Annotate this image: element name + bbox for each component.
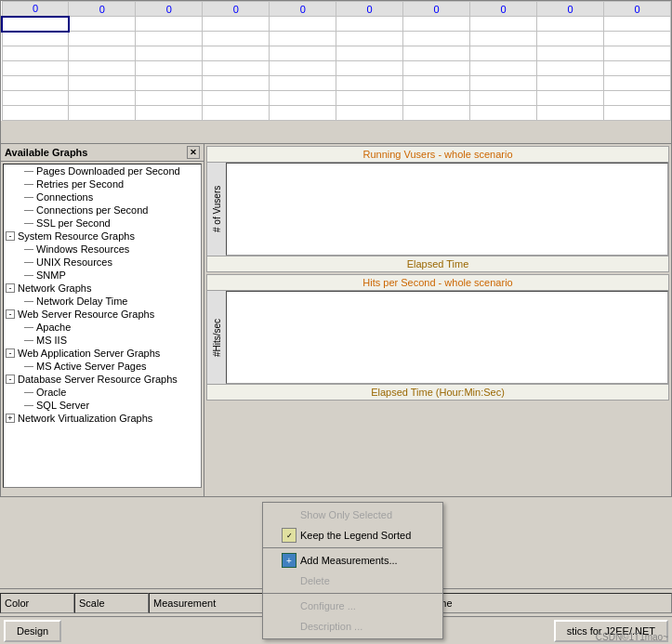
- tree-item-network-delay[interactable]: Network Delay Time: [4, 295, 201, 308]
- color-segment: Color: [0, 593, 74, 613]
- tree-line-sql-server: [24, 405, 33, 406]
- machine-segment: Machine: [409, 593, 672, 613]
- tree-line-connections: [24, 197, 33, 198]
- watermark: CSDN©1T1mao~: [596, 632, 668, 642]
- running-vusers-ylabel: # of Vusers: [207, 163, 226, 256]
- tree-label-connections-per-sec: Connections per Second: [36, 204, 148, 216]
- tree-line-ms-active: [24, 366, 33, 367]
- expand-icon-web-app[interactable]: -: [6, 348, 15, 358]
- tree-line-snmp: [24, 275, 33, 276]
- show-only-selected-icon: [282, 507, 296, 522]
- tree-item-ms-active[interactable]: MS Active Server Pages: [4, 360, 201, 373]
- panel-title: Available Graphs: [5, 147, 87, 158]
- tree-label-connections: Connections: [36, 191, 93, 203]
- context-menu: Show Only Selected ✓ Keep the Legend Sor…: [262, 502, 443, 639]
- keep-legend-sorted-menuitem[interactable]: ✓ Keep the Legend Sorted: [263, 525, 442, 545]
- tree-label-ms-iis: MS IIS: [36, 335, 67, 346]
- tree-item-system-resource[interactable]: -System Resource Graphs: [4, 230, 201, 243]
- tree-item-connections-per-sec[interactable]: Connections per Second: [4, 204, 201, 217]
- tree-label-ssl: SSL per Second: [36, 217, 111, 229]
- tree-item-network-virt[interactable]: +Network Virtualization Graphs: [4, 412, 201, 425]
- expand-icon-system-resource[interactable]: -: [6, 231, 15, 241]
- tree-line-connections-per-sec: [24, 210, 33, 211]
- tree-label-system-resource: System Resource Graphs: [18, 230, 135, 242]
- menu-separator-1: [263, 547, 442, 548]
- tree-item-ms-iis[interactable]: MS IIS: [4, 334, 201, 347]
- data-table[interactable]: 0000000000: [1, 1, 671, 121]
- running-vusers-graph: Running Vusers - whole scenario # of Vus…: [206, 146, 669, 272]
- tree-item-apache[interactable]: Apache: [4, 321, 201, 334]
- graphs-panel: Running Vusers - whole scenario # of Vus…: [204, 144, 672, 497]
- expand-icon-db-server[interactable]: -: [6, 375, 15, 384]
- available-graphs-panel: Available Graphs ✕ Pages Downloaded per …: [0, 144, 204, 497]
- top-grid: 0000000000: [0, 0, 672, 144]
- tree-line-apache: [24, 327, 33, 328]
- keep-legend-icon: ✓: [282, 528, 296, 543]
- tree-item-ssl[interactable]: SSL per Second: [4, 217, 201, 230]
- tree-label-retries: Retries per Second: [36, 178, 124, 190]
- tree-line-unix-resources: [24, 262, 33, 263]
- tree-label-network-virt: Network Virtualization Graphs: [18, 413, 152, 424]
- tree-line-network-delay: [24, 301, 33, 302]
- tree-item-pages[interactable]: Pages Downloaded per Second: [4, 164, 201, 177]
- tree-label-web-app: Web Application Server Graphs: [18, 348, 160, 359]
- hits-per-second-area[interactable]: [226, 291, 668, 384]
- add-measurements-menuitem[interactable]: + Add Measurements...: [263, 550, 442, 571]
- tree-label-sql-server: SQL Server: [36, 400, 89, 411]
- tree-label-windows-resources: Windows Resources: [36, 243, 129, 255]
- hits-per-second-graph: Hits per Second - whole scenario #Hits/s…: [206, 274, 669, 401]
- show-only-selected-menuitem[interactable]: Show Only Selected: [263, 505, 442, 525]
- hits-per-second-content: #Hits/sec: [207, 291, 668, 384]
- tree-item-snmp[interactable]: SNMP: [4, 269, 201, 282]
- tree-label-pages: Pages Downloaded per Second: [36, 165, 180, 177]
- panel-title-bar: Available Graphs ✕: [1, 144, 204, 162]
- tree-line-windows-resources: [24, 249, 33, 250]
- expand-icon-web-server[interactable]: -: [6, 309, 15, 319]
- delete-menuitem[interactable]: Delete: [263, 571, 442, 591]
- delete-icon: [282, 573, 296, 588]
- tree-label-network: Network Graphs: [18, 283, 91, 294]
- configure-icon: [282, 598, 296, 613]
- tree-item-oracle[interactable]: Oracle: [4, 386, 201, 399]
- tree-label-network-delay: Network Delay Time: [36, 296, 127, 307]
- tree-label-db-server: Database Server Resource Graphs: [18, 374, 178, 385]
- tree-item-db-server[interactable]: -Database Server Resource Graphs: [4, 373, 201, 386]
- panel-close-button[interactable]: ✕: [187, 146, 200, 159]
- tree-label-unix-resources: UNIX Resources: [36, 256, 112, 268]
- tree-item-web-app[interactable]: -Web Application Server Graphs: [4, 347, 201, 360]
- tree-item-connections[interactable]: Connections: [4, 191, 201, 204]
- tree-line-oracle: [24, 392, 33, 393]
- running-vusers-title: Running Vusers - whole scenario: [207, 147, 668, 163]
- tree-item-web-server[interactable]: -Web Server Resource Graphs: [4, 308, 201, 321]
- tree-label-ms-active: MS Active Server Pages: [36, 361, 147, 372]
- hits-per-second-ylabel: #Hits/sec: [207, 291, 226, 384]
- add-measurements-icon: +: [282, 553, 296, 568]
- expand-icon-network[interactable]: -: [6, 283, 15, 293]
- tree-label-apache: Apache: [36, 322, 71, 333]
- tree-item-retries[interactable]: Retries per Second: [4, 177, 201, 191]
- scale-segment: Scale: [74, 593, 149, 613]
- tree-line-ms-iis: [24, 340, 33, 341]
- menu-separator-2: [263, 593, 442, 594]
- tree-line-pages: [24, 171, 33, 172]
- running-vusers-elapsed: Elapsed Time: [207, 256, 668, 271]
- expand-icon-network-virt[interactable]: +: [6, 414, 15, 423]
- tree-line-retries: [24, 184, 33, 185]
- hits-per-second-title: Hits per Second - whole scenario: [207, 275, 668, 291]
- tree-item-network[interactable]: -Network Graphs: [4, 282, 201, 295]
- tree-label-web-server: Web Server Resource Graphs: [18, 309, 154, 320]
- running-vusers-area[interactable]: [226, 163, 668, 256]
- description-icon: [282, 619, 296, 634]
- description-menuitem[interactable]: Description ...: [263, 616, 442, 637]
- tree-item-unix-resources[interactable]: UNIX Resources: [4, 256, 201, 269]
- tree-item-windows-resources[interactable]: Windows Resources: [4, 243, 201, 256]
- tree-line-ssl: [24, 223, 33, 224]
- tree-label-snmp: SNMP: [36, 269, 66, 281]
- tree-item-sql-server[interactable]: SQL Server: [4, 399, 201, 412]
- tree-view[interactable]: Pages Downloaded per SecondRetries per S…: [3, 164, 202, 488]
- tree-label-oracle: Oracle: [36, 387, 66, 398]
- hits-per-second-elapsed: Elapsed Time (Hour:Min:Sec): [207, 384, 668, 400]
- configure-menuitem[interactable]: Configure ...: [263, 596, 442, 616]
- design-button[interactable]: Design: [4, 620, 61, 642]
- running-vusers-content: # of Vusers: [207, 163, 668, 256]
